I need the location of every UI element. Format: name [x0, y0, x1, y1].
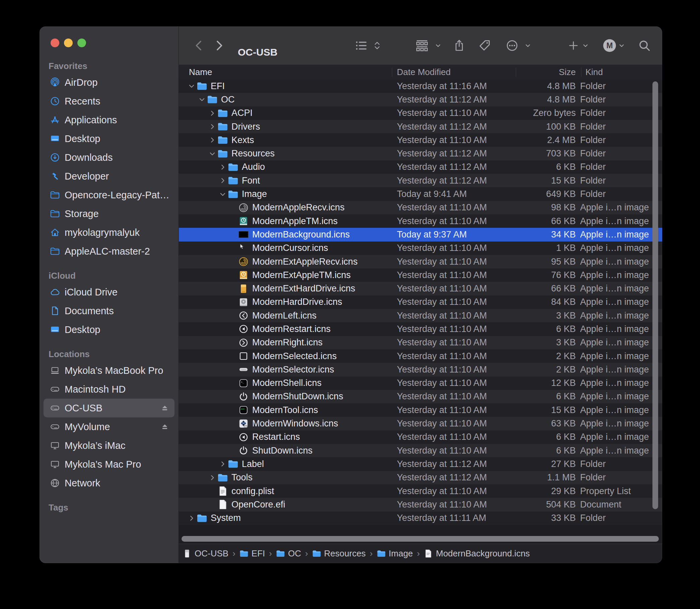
table-row[interactable]: EFIYesterday at 11:16 AM4.8 MBFolder — [179, 80, 662, 93]
sidebar-item-downloads[interactable]: Downloads — [43, 148, 175, 167]
sort-updown-icon[interactable] — [372, 27, 382, 65]
table-row[interactable]: ToolsYesterday at 11:12 AM1.1 MBFolder — [179, 471, 662, 484]
eject-icon[interactable] — [160, 422, 170, 432]
column-name[interactable]: Name — [189, 65, 212, 80]
disclosure-closed-icon[interactable] — [219, 177, 226, 184]
sidebar-item-oc-usb[interactable]: OC-USB — [43, 399, 175, 417]
sidebar-item-mykolagrymalyuk[interactable]: mykolagrymalyuk — [43, 223, 175, 242]
sidebar-item-mykola-s-imac[interactable]: Mykola’s iMac — [43, 436, 175, 455]
forward-button[interactable] — [212, 27, 226, 65]
sidebar-item-storage[interactable]: Storage — [43, 204, 175, 223]
disclosure-open-icon[interactable] — [209, 150, 216, 157]
path-segment[interactable]: OC — [276, 549, 301, 559]
disclosure-closed-icon[interactable] — [219, 460, 226, 468]
table-row[interactable]: AudioYesterday at 11:12 AM6 KBFolder — [179, 160, 662, 174]
eject-icon[interactable] — [160, 403, 170, 413]
table-row[interactable]: ModernExtAppleTM.icnsYesterday at 11:10 … — [179, 268, 662, 282]
share-icon[interactable] — [453, 27, 466, 65]
disclosure-open-icon[interactable] — [219, 191, 226, 198]
close-button[interactable] — [51, 38, 59, 47]
group-view-icon[interactable] — [415, 27, 429, 65]
add-icon[interactable] — [567, 27, 579, 65]
sidebar-item-mykola-s-mac-pro[interactable]: Mykola’s Mac Pro — [43, 455, 175, 474]
sidebar-item-icloud-drive[interactable]: iCloud Drive — [43, 283, 175, 301]
zoom-button[interactable] — [77, 38, 86, 47]
table-row[interactable]: ModernExtHardDrive.icnsYesterday at 11:1… — [179, 282, 662, 295]
list-view-icon[interactable] — [355, 27, 368, 65]
sidebar-item-developer[interactable]: Developer — [43, 167, 175, 186]
table-row[interactable]: KextsYesterday at 11:10 AM2.4 MBFolder — [179, 133, 662, 147]
table-row[interactable]: ModernBackground.icnsToday at 9:37 AM34 … — [179, 228, 662, 241]
disclosure-open-icon[interactable] — [188, 82, 195, 90]
more-chevron-icon[interactable] — [524, 27, 532, 65]
table-row[interactable]: OCYesterday at 11:12 AM4.8 MBFolder — [179, 93, 662, 106]
column-kind[interactable]: Kind — [585, 65, 603, 80]
disclosure-closed-icon[interactable] — [209, 109, 216, 117]
path-segment[interactable]: Resources — [312, 549, 366, 559]
column-date-modified[interactable]: Date Modified — [397, 65, 451, 80]
sidebar-item-recents[interactable]: Recents — [43, 92, 175, 110]
table-row[interactable]: ModernShutDown.icnsYesterday at 11:10 AM… — [179, 390, 662, 403]
minimize-button[interactable] — [64, 38, 73, 47]
sidebar-item-desktop[interactable]: Desktop — [43, 320, 175, 339]
table-row[interactable]: >_ModernShell.icnsYesterday at 11:10 AM1… — [179, 377, 662, 390]
column-size[interactable]: Size — [516, 65, 576, 80]
account-avatar[interactable]: M — [603, 27, 616, 65]
table-row[interactable]: LabelYesterday at 11:12 AM27 KBFolder — [179, 457, 662, 471]
sidebar-item-myvolume[interactable]: MyVolume — [43, 417, 175, 436]
search-icon[interactable] — [638, 27, 651, 65]
disclosure-closed-icon[interactable] — [209, 474, 216, 481]
table-row[interactable]: ModernAppleTM.icnsYesterday at 11:10 AM6… — [179, 214, 662, 228]
table-row[interactable]: FontYesterday at 11:12 AM15 KBFolder — [179, 174, 662, 187]
vertical-scrollbar[interactable] — [652, 82, 658, 509]
table-row[interactable]: DriversYesterday at 11:12 AM100 KBFolder — [179, 120, 662, 133]
table-row[interactable]: ResourcesYesterday at 11:12 AM703 KBFold… — [179, 147, 662, 160]
sidebar-item-applications[interactable]: Applications — [43, 110, 175, 129]
disclosure-closed-icon[interactable] — [188, 515, 195, 522]
avatar-chevron-icon[interactable] — [618, 27, 626, 65]
table-row[interactable]: SystemYesterday at 11:11 AM33 KBFolder — [179, 511, 662, 525]
disclosure-closed-icon[interactable] — [219, 163, 226, 171]
sidebar-item-mykola-s-macbook-pro[interactable]: Mykola’s MacBook Pro — [43, 361, 175, 380]
sidebar-item-applealc-master-2[interactable]: AppleALC-master-2 — [43, 242, 175, 261]
disclosure-open-icon[interactable] — [198, 96, 206, 103]
column-divider[interactable] — [516, 67, 516, 77]
table-row[interactable]: OpenCore.efiYesterday at 11:10 AM504 KBD… — [179, 498, 662, 511]
disclosure-closed-icon[interactable] — [209, 123, 216, 130]
table-row[interactable]: ModernSelected.icnsYesterday at 11:10 AM… — [179, 349, 662, 363]
sidebar-item-network[interactable]: Network — [43, 474, 175, 492]
column-divider[interactable] — [581, 67, 581, 77]
path-segment[interactable]: OC-USB — [182, 549, 228, 559]
sidebar-item-macintosh-hd[interactable]: Macintosh HD — [43, 380, 175, 399]
table-row[interactable]: ModernAppleRecv.icnsYesterday at 11:10 A… — [179, 201, 662, 214]
table-row[interactable]: ModernRestart.icnsYesterday at 11:10 AM6… — [179, 322, 662, 336]
horizontal-scrollbar[interactable] — [181, 536, 659, 542]
column-divider[interactable] — [392, 67, 392, 77]
table-row[interactable]: ModernCursor.icnsYesterday at 11:10 AM1 … — [179, 242, 662, 255]
table-row[interactable]: ModernHardDrive.icnsYesterday at 11:10 A… — [179, 295, 662, 309]
path-segment[interactable]: ModernBackground.icns — [424, 549, 529, 559]
path-segment[interactable]: EFI — [240, 549, 265, 559]
path-segment[interactable]: Image — [377, 549, 413, 559]
add-chevron-icon[interactable] — [581, 27, 590, 65]
table-row[interactable]: ImageToday at 9:41 AM649 KBFolder — [179, 187, 662, 201]
table-row[interactable]: ModernWindows.icnsYesterday at 11:10 AM6… — [179, 417, 662, 430]
sidebar-item-airdrop[interactable]: AirDrop — [43, 73, 175, 92]
group-chevron-icon[interactable] — [434, 27, 442, 65]
table-row[interactable]: ModernExtAppleRecv.icnsYesterday at 11:1… — [179, 255, 662, 268]
disclosure-closed-icon[interactable] — [209, 136, 216, 144]
table-row[interactable]: ModernLeft.icnsYesterday at 11:10 AM3 KB… — [179, 309, 662, 322]
sidebar-item-documents[interactable]: Documents — [43, 301, 175, 320]
table-row[interactable]: EXECModernTool.icnsYesterday at 11:10 AM… — [179, 403, 662, 417]
table-row[interactable]: ModernRight.icnsYesterday at 11:10 AM3 K… — [179, 336, 662, 349]
table-row[interactable]: Restart.icnsYesterday at 11:10 AM6 KBApp… — [179, 431, 662, 444]
more-actions-icon[interactable] — [505, 27, 519, 65]
table-row[interactable]: config.plistYesterday at 11:10 AM29 KBPr… — [179, 484, 662, 498]
table-row[interactable]: ShutDown.icnsYesterday at 11:10 AM6 KBAp… — [179, 444, 662, 457]
back-button[interactable] — [192, 27, 206, 65]
tag-icon[interactable] — [478, 27, 491, 65]
sidebar-item-desktop[interactable]: Desktop — [43, 129, 175, 148]
sidebar-item-opencore-legacy-pat-[interactable]: Opencore-Legacy-Pat… — [43, 186, 175, 204]
table-row[interactable]: ContinueModernSelector.icnsYesterday at … — [179, 363, 662, 376]
table-row[interactable]: ACPIYesterday at 11:10 AMZero bytesFolde… — [179, 106, 662, 120]
